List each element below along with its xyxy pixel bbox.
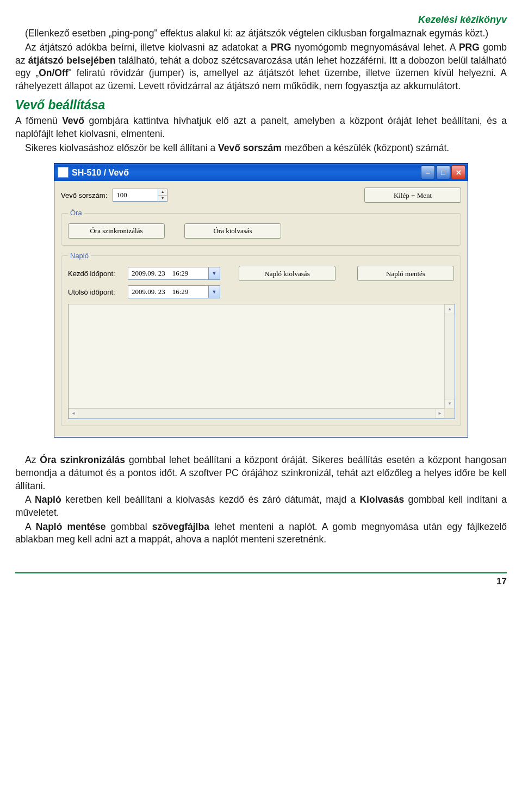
text: nyomógomb megnyomásával lehet. A <box>291 42 459 53</box>
window-client: Vevő sorszám: ▲ ▼ Kilép + Ment Óra Óra s… <box>54 181 468 437</box>
ora-group: Óra Óra szinkronizálás Óra kiolvasás <box>61 208 461 246</box>
close-button[interactable]: ✕ <box>451 165 465 179</box>
app-icon <box>58 167 69 178</box>
maximize-button[interactable]: □ <box>436 165 450 179</box>
text: gombjára kattintva hívhatjuk elő azt a p… <box>15 115 507 139</box>
section-heading: Vevő beállítása <box>15 97 507 114</box>
scroll-down-icon[interactable]: ▼ <box>445 399 455 409</box>
kezdo-date-field[interactable] <box>128 267 209 280</box>
text: A főmenü <box>15 115 62 126</box>
paragraph: (Ellenkező esetben „ping-pong" effektus … <box>15 27 507 40</box>
text-bold: PRG <box>459 42 480 53</box>
page-header: Kezelési kézikönyv <box>15 13 507 26</box>
utolso-date-field[interactable] <box>128 285 209 298</box>
scroll-left-icon[interactable]: ◄ <box>69 409 78 419</box>
text-bold: Kiolvasás <box>359 494 404 505</box>
utolso-date-input[interactable]: ▼ <box>128 285 220 298</box>
sorszam-label: Vevő sorszám: <box>61 191 107 201</box>
ora-legend: Óra <box>68 208 84 218</box>
scrollbar-horizontal[interactable]: ◄ ► <box>69 408 445 419</box>
kezdo-label: Kezdő időpont: <box>68 269 122 279</box>
scrollbar-vertical[interactable]: ▲ ▼ <box>444 304 455 409</box>
text-bold: átjátszó belsejében <box>28 55 116 66</box>
text-bold: Napló mentése <box>36 521 106 532</box>
text: A <box>25 494 35 505</box>
sorszam-field[interactable] <box>113 189 158 202</box>
spin-down-icon[interactable]: ▼ <box>158 196 167 202</box>
paragraph: A főmenü Vevő gombjára kattintva hívhatj… <box>15 115 507 140</box>
page-footer: 17 <box>15 572 507 588</box>
paragraph: A Napló mentése gombbal szövegfájlba leh… <box>15 521 507 546</box>
text: Az <box>25 454 40 465</box>
naplo-read-button[interactable]: Napló kiolvasás <box>239 266 335 281</box>
text-bold: Óra szinkronizálás <box>40 454 125 465</box>
text-bold: Vevő sorszám <box>218 142 282 153</box>
ora-sync-button[interactable]: Óra szinkronizálás <box>68 223 165 239</box>
paragraph: A Napló keretben kell beállítani a kiolv… <box>15 494 507 519</box>
paragraph: Az Óra szinkronizálás gombbal lehet beál… <box>15 454 507 492</box>
scroll-right-icon[interactable]: ► <box>435 409 445 419</box>
app-window: SH-510 / Vevő – □ ✕ Vevő sorszám: ▲ ▼ Ki… <box>54 163 468 438</box>
text-bold: Napló <box>35 494 61 505</box>
text: mezőben a készülék (központ) számát. <box>282 142 449 153</box>
screenshot: SH-510 / Vevő – □ ✕ Vevő sorszám: ▲ ▼ Ki… <box>15 163 507 438</box>
paragraph: Sikeres kiolvasáshoz először be kell áll… <box>15 142 507 155</box>
text-bold: PRG <box>271 42 291 53</box>
text-bold: szövegfájlba <box>152 521 209 532</box>
exit-save-button[interactable]: Kilép + Ment <box>364 188 461 203</box>
paragraph: Az átjátszó adókba beírni, illetve kiolv… <box>15 41 507 93</box>
text: keretben kell beállítani a kiolvasás kez… <box>61 494 360 505</box>
sorszam-input[interactable]: ▲ ▼ <box>113 189 167 202</box>
log-textarea[interactable]: ▲ ▼ ◄ ► <box>68 304 455 419</box>
titlebar[interactable]: SH-510 / Vevő – □ ✕ <box>54 164 468 181</box>
spin-up-icon[interactable]: ▲ <box>158 189 167 196</box>
minimize-button[interactable]: – <box>421 165 435 179</box>
utolso-label: Utolsó időpont: <box>68 288 122 297</box>
naplo-save-button[interactable]: Napló mentés <box>357 266 454 281</box>
dropdown-icon[interactable]: ▼ <box>209 285 220 298</box>
page-number: 17 <box>496 576 507 586</box>
text-bold: Vevő <box>62 115 84 126</box>
text: " feliratú rövidzár (jumper) is, amellye… <box>15 67 507 91</box>
scroll-up-icon[interactable]: ▲ <box>445 304 455 314</box>
scrollbar-corner <box>445 409 455 419</box>
text: A <box>25 521 36 532</box>
naplo-legend: Napló <box>68 251 91 261</box>
naplo-group: Napló Kezdő időpont: ▼ Napló kiolvasás N… <box>61 251 461 427</box>
kezdo-date-input[interactable]: ▼ <box>128 267 220 280</box>
ora-read-button[interactable]: Óra kiolvasás <box>184 223 281 239</box>
spinner[interactable]: ▲ ▼ <box>158 189 167 202</box>
text: Sikeres kiolvasáshoz először be kell áll… <box>25 142 218 153</box>
text: gombbal <box>106 521 152 532</box>
text-bold: On/Off <box>39 67 68 78</box>
text: Az átjátszó adókba beírni, illetve kiolv… <box>25 42 271 53</box>
window-title: SH-510 / Vevő <box>72 167 129 179</box>
dropdown-icon[interactable]: ▼ <box>209 267 220 280</box>
